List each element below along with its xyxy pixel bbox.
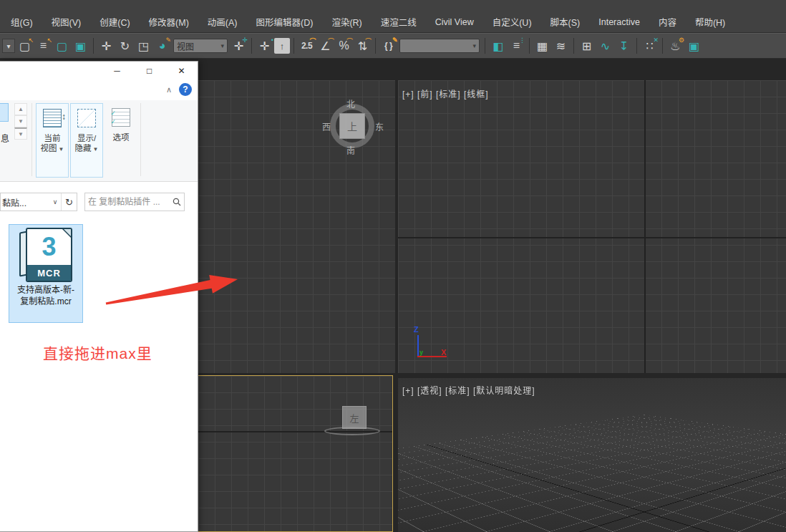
search-icon[interactable] [170, 198, 184, 206]
gallery-scroll-down-icon[interactable]: ▼ [14, 115, 27, 127]
toolbar-divider [485, 38, 485, 54]
viewcube-left-face[interactable]: 左 [342, 406, 367, 429]
mirror-icon-glyph: ◧ [493, 39, 503, 53]
axis-y-label: y [419, 349, 423, 356]
select-by-name-icon-glyph: ≡ [40, 39, 47, 52]
address-bar[interactable]: 黏贴... ∨ ↻ [0, 193, 77, 211]
viewcube-east-label[interactable]: 东 [375, 120, 384, 132]
menu-item[interactable]: 渲染(R) [322, 12, 371, 32]
up-one-level-icon[interactable]: ↑ [274, 38, 290, 54]
menu-item[interactable]: Interactive [589, 14, 649, 30]
address-path-text[interactable]: 黏贴... [1, 196, 49, 208]
options-button[interactable]: 选项 [105, 103, 137, 178]
select-object-icon-accent: ↖ [28, 37, 34, 44]
maximize-button[interactable]: □ [133, 62, 165, 80]
select-place-pivot-icon-glyph: ✛ [260, 39, 269, 53]
viewport-perspective-label[interactable]: [+] [透视] [标准] [默认明暗处理] [402, 384, 535, 396]
menu-item[interactable]: 自定义(U) [483, 12, 541, 32]
rendered-frame-icon[interactable]: ▣ [685, 36, 703, 56]
menu-item[interactable]: Civil View [426, 14, 483, 30]
select-move-icon[interactable]: ✛ [97, 36, 115, 56]
layer-explorer-icon[interactable]: ≋ [552, 36, 570, 56]
select-rotate-icon[interactable]: ↻ [116, 36, 134, 56]
world-axis-vertical [644, 80, 646, 373]
toolbar-divider [573, 38, 574, 54]
align-icon-accent: ⋮ [519, 37, 525, 44]
material-editor-icon-accent: ✕ [653, 37, 659, 44]
scene-explorer-icon[interactable]: ▦ [533, 36, 551, 56]
select-by-name-icon[interactable]: ≡↖ [34, 36, 52, 56]
gallery-more-icon[interactable]: ▼ [14, 127, 27, 140]
show-hide-button[interactable]: 显示/ 隐藏▼ [70, 103, 103, 178]
viewcube-compass-ring[interactable] [324, 427, 380, 435]
menu-item[interactable]: 创建(C) [90, 12, 139, 32]
menu-item[interactable]: 内容 [649, 12, 686, 32]
selection-region-rect-icon[interactable]: ▢ [53, 36, 71, 56]
help-button[interactable]: ? [179, 83, 192, 96]
select-manipulate-icon-accent: ✎ [165, 37, 171, 44]
angle-snap-icon[interactable]: ∠⌒ [316, 36, 334, 56]
toolbar-divider [293, 38, 294, 54]
menu-item[interactable]: 帮助(H) [686, 12, 734, 32]
mcr-file-item[interactable]: 3 MCR 支持高版本-新- 复制粘贴.mcr [9, 224, 83, 323]
select-scale-icon[interactable]: ◳ [135, 36, 152, 56]
rendered-frame-icon-glyph: ▣ [689, 39, 699, 53]
minimize-button[interactable]: ─ [101, 62, 133, 80]
viewcube-south-label[interactable]: 南 [346, 144, 355, 156]
spinner-snap-icon[interactable]: ⇅⌒ [354, 36, 372, 56]
curve-editor-icon[interactable]: ∿ [596, 36, 614, 56]
viewcube-north-label[interactable]: 北 [346, 97, 355, 110]
viewcube-top-face[interactable]: 上 [339, 113, 365, 139]
menu-item[interactable]: 修改器(M) [140, 12, 198, 32]
snap-toggle-25-icon[interactable]: 2.5⌒ [298, 36, 316, 56]
select-object-icon[interactable]: ▢↖ [16, 36, 34, 56]
viewport-front-label[interactable]: [+] [前] [标准] [线框] [402, 87, 489, 100]
angle-snap-icon-accent: ⌒ [328, 37, 334, 46]
select-move-icon-glyph: ✛ [102, 39, 111, 53]
state-sets-icon[interactable]: ↧ [615, 36, 633, 56]
refresh-icon[interactable]: ↻ [61, 193, 77, 211]
select-manipulate-icon[interactable]: ◕✎ [153, 36, 171, 56]
menu-bar: 组(G)视图(V)创建(C)修改器(M)动画(A)图形编辑器(D)渲染(R)速渲… [0, 0, 786, 33]
use-pivot-center-icon[interactable]: ✛✛ [230, 36, 248, 56]
layout-gallery-selected-item[interactable] [0, 103, 9, 122]
menu-item[interactable]: 视图(V) [42, 12, 91, 32]
render-setup-icon[interactable]: ♨⚙ [666, 36, 684, 56]
percent-snap-icon-accent: ⌒ [346, 37, 353, 46]
viewport-front[interactable]: [+] [前] [标准] [线框] Z X y [398, 80, 786, 373]
reference-coordinate-dropdown[interactable]: 视图▾ [173, 39, 228, 53]
material-editor-icon[interactable]: ∷✕ [641, 36, 659, 56]
edit-named-selections-icon[interactable]: { }✎ [379, 36, 397, 56]
file-name-label: 支持高版本-新- 复制粘贴.mcr [9, 284, 82, 307]
named-selection-sets-dropdown[interactable]: ▾ [399, 39, 480, 53]
search-box[interactable] [84, 193, 185, 211]
ribbon-separator [31, 103, 32, 176]
menu-item[interactable]: 速渲二线 [372, 12, 426, 32]
menu-item[interactable]: 动画(A) [198, 12, 247, 32]
menu-item[interactable]: 脚本(S) [541, 12, 590, 32]
mirror-icon[interactable]: ◧ [489, 36, 507, 56]
select-place-pivot-icon[interactable]: ✛• [256, 36, 273, 56]
percent-snap-icon[interactable]: %⌒ [335, 36, 353, 56]
align-icon[interactable]: ≡⋮ [508, 36, 525, 56]
menu-item[interactable]: 图形编辑器(D) [247, 12, 323, 32]
use-pivot-center-icon-accent: ✛ [242, 37, 248, 44]
search-input[interactable] [85, 197, 170, 207]
viewport-perspective[interactable]: [+] [透视] [标准] [默认明暗处理] [398, 378, 786, 532]
explorer-ribbon: 息 ▲ ▼ ▼ 当前 视图▼ 显示/ 隐藏▼ 选项 [0, 100, 198, 182]
ribbon-toggle-icon[interactable]: ⊞ [578, 36, 596, 56]
gallery-scroll-up-icon[interactable]: ▲ [14, 103, 27, 115]
current-view-button[interactable]: 当前 视图▼ [36, 103, 69, 178]
select-manipulate-icon-glyph: ◕ [159, 39, 166, 52]
scene-explorer-icon-glyph: ▦ [537, 39, 548, 53]
chevron-down-icon[interactable]: ∨ [49, 198, 61, 205]
close-button[interactable]: ✕ [165, 62, 198, 80]
window-crossing-toggle-icon[interactable]: ▣ [72, 36, 89, 56]
viewcube-west-label[interactable]: 西 [322, 120, 331, 132]
mcr-icon-number: 3 [27, 231, 71, 263]
flyout-arrow-icon[interactable]: ▾ [2, 39, 15, 53]
collapse-ribbon-icon[interactable]: ∧ [166, 85, 172, 95]
material-editor-icon-glyph: ∷ [646, 39, 653, 53]
menu-item[interactable]: 组(G) [1, 12, 42, 32]
reference-coordinate-dropdown-value: 视图 [177, 40, 194, 52]
